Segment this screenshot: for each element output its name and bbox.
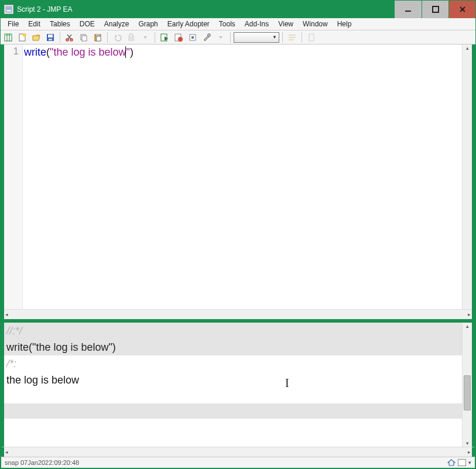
toolbar-combo[interactable] — [234, 32, 279, 43]
save-icon[interactable] — [44, 32, 57, 43]
open-icon[interactable] — [30, 32, 43, 43]
maximize-button[interactable] — [422, 1, 448, 18]
menu-file[interactable]: File — [3, 19, 23, 29]
svg-rect-15 — [49, 39, 52, 40]
log-output[interactable]: //:*/ write("the log is below") /*: the … — [4, 323, 462, 447]
dropdown-arrow-icon[interactable] — [139, 32, 152, 43]
menu-help[interactable]: Help — [333, 19, 357, 29]
svg-rect-21 — [82, 36, 87, 41]
paste-icon[interactable] — [91, 32, 104, 43]
tools-icon[interactable] — [200, 32, 213, 43]
separator-icon — [60, 32, 60, 43]
code-keyword: write — [24, 46, 46, 58]
menu-addins[interactable]: Add-Ins — [240, 19, 273, 29]
svg-rect-34 — [289, 39, 293, 40]
editor-horizontal-scrollbar[interactable]: ◂▸ — [4, 309, 472, 319]
svg-rect-24 — [97, 36, 101, 41]
separator-icon — [155, 32, 155, 43]
svg-rect-4 — [433, 6, 439, 12]
svg-point-28 — [178, 37, 183, 42]
scrollbar-thumb[interactable] — [464, 375, 471, 410]
svg-rect-25 — [129, 37, 133, 40]
window-title: Script 2 - JMP EA — [17, 5, 72, 13]
svg-rect-8 — [5, 34, 12, 36]
bookmark-icon[interactable] — [305, 32, 318, 43]
app-icon — [4, 5, 13, 14]
minimize-button[interactable] — [395, 1, 422, 18]
menu-tools[interactable]: Tools — [214, 19, 240, 29]
svg-rect-30 — [191, 36, 194, 39]
log-pane: //:*/ write("the log is below") /*: the … — [4, 323, 472, 447]
toolbar — [1, 30, 475, 44]
run-script-icon[interactable] — [158, 32, 171, 43]
svg-rect-35 — [309, 34, 314, 41]
menu-view[interactable]: View — [273, 19, 298, 29]
title-bar[interactable]: Script 2 - JMP EA — [1, 1, 475, 18]
svg-rect-33 — [289, 37, 296, 38]
svg-rect-1 — [6, 8, 11, 8]
svg-rect-23 — [96, 34, 100, 36]
svg-rect-14 — [48, 35, 53, 37]
separator-icon — [107, 32, 108, 43]
log-line: the log is below — [4, 372, 462, 388]
status-text: snap 07Jan2022:09:20:48 — [5, 459, 79, 466]
code-string-body: the log is below — [53, 46, 126, 58]
stop-icon[interactable] — [186, 32, 199, 43]
code-editor[interactable]: write("the log is below") — [23, 44, 462, 309]
menu-graph[interactable]: Graph — [133, 19, 162, 29]
log-line: write("the log is below") — [4, 339, 462, 355]
new-script-icon[interactable] — [16, 32, 29, 43]
menu-analyze[interactable]: Analyze — [100, 19, 134, 29]
close-button[interactable] — [448, 1, 475, 18]
log-line: //:*/ — [4, 323, 462, 339]
undo-icon[interactable] — [111, 32, 124, 43]
svg-rect-2 — [6, 9, 11, 9]
cut-icon[interactable] — [63, 32, 76, 43]
main-area: 1 write("the log is below") ◂▸ //:*/ wri… — [1, 44, 475, 447]
menu-tables[interactable]: Tables — [45, 19, 75, 29]
separator-icon — [302, 32, 302, 43]
app-window: Script 2 - JMP EA File Edit Tables DOE A… — [0, 0, 476, 469]
log-line — [4, 388, 462, 403]
status-bar: snap 07Jan2022:09:20:48 ▾ — [1, 457, 475, 468]
line-number: 1 — [4, 46, 19, 57]
copy-icon[interactable] — [77, 32, 90, 43]
home-icon[interactable] — [447, 459, 456, 466]
log-horizontal-scrollbar[interactable]: ◂▸ — [1, 447, 475, 457]
menu-edit[interactable]: Edit — [23, 19, 45, 29]
new-table-icon[interactable] — [2, 32, 15, 43]
debug-icon[interactable] — [172, 32, 185, 43]
line-number-gutter: 1 — [4, 44, 23, 309]
menu-bar: File Edit Tables DOE Analyze Graph Early… — [1, 18, 475, 30]
svg-point-12 — [23, 33, 26, 37]
chevron-down-icon[interactable]: ▾ — [468, 460, 471, 465]
separator-icon — [282, 32, 283, 43]
svg-rect-32 — [289, 35, 296, 36]
status-checkbox[interactable] — [458, 459, 466, 466]
menu-early-adopter[interactable]: Early Adopter — [163, 19, 214, 29]
format-icon[interactable] — [286, 32, 299, 43]
svg-point-31 — [208, 33, 211, 36]
log-vertical-scrollbar[interactable] — [462, 323, 472, 447]
script-editor-pane: 1 write("the log is below") ◂▸ — [4, 44, 472, 319]
separator-icon — [230, 32, 231, 43]
svg-rect-3 — [405, 11, 411, 12]
menu-window[interactable]: Window — [298, 19, 333, 29]
editor-vertical-scrollbar[interactable] — [462, 44, 472, 309]
menu-doe[interactable]: DOE — [75, 19, 100, 29]
log-line: /*: — [4, 355, 462, 372]
log-line — [4, 403, 462, 419]
dropdown-arrow-icon[interactable] — [214, 32, 227, 43]
code-paren-close: ) — [130, 46, 133, 58]
lock-icon[interactable] — [125, 32, 138, 43]
